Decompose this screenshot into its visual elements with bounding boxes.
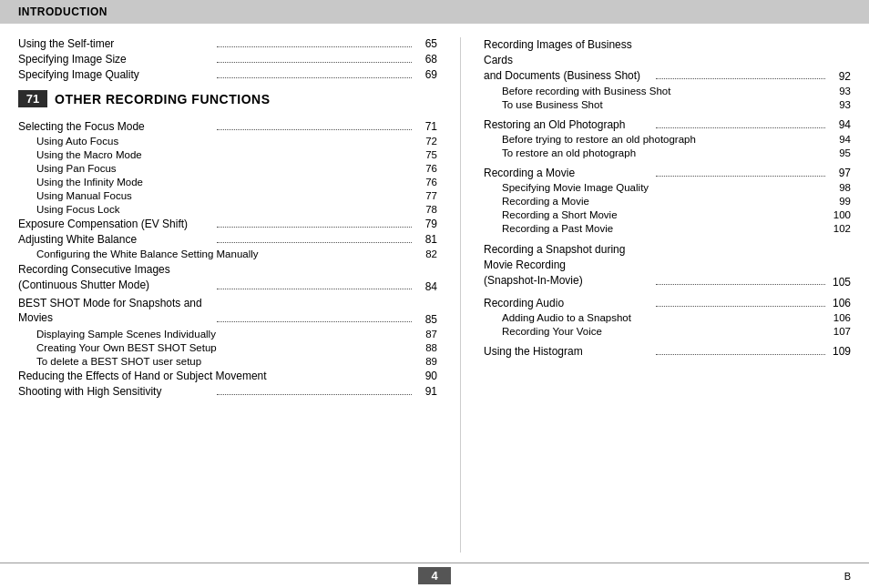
toc-dots [656,306,825,307]
toc-entry-restore-photo: Restoring an Old Photograph 94 [484,118,851,131]
toc-label: Adjusting White Balance [18,233,214,246]
right-column: Recording Images of Business Cardsand Do… [484,37,851,553]
toc-entry-recording-audio: Recording Audio 106 [484,297,851,309]
toc-label: Selecting the Focus Mode [18,120,214,133]
toc-page: 85 [414,313,437,326]
toc-entry-image-size: Specifying Image Size 68 [18,53,437,66]
toc-label: Recording Consecutive Images(Continuous … [18,262,214,293]
toc-label: Creating Your Own BEST SHOT Setup [36,342,414,353]
toc-page: 93 [828,86,851,96]
toc-dots [217,321,413,322]
toc-entry-business-cards: Recording Images of Business Cardsand Do… [484,37,851,83]
toc-label: Using the Macro Mode [36,149,414,160]
toc-page: 107 [828,326,851,337]
toc-label: Using the Self-timer [18,37,214,50]
toc-entry-focus-mode: Selecting the Focus Mode 71 [18,120,437,133]
toc-entry-adding-audio: Adding Audio to a Snapshot 106 [484,312,851,323]
toc-label: Recording a Snapshot during Movie Record… [484,242,653,288]
toc-dots [656,78,825,79]
toc-page: 72 [414,136,437,147]
toc-page: 69 [414,68,437,81]
toc-entry-before-restore: Before trying to restore an old photogra… [484,134,851,145]
toc-entry-self-timer: Using the Self-timer 65 [18,37,437,50]
toc-page: 102 [828,223,851,234]
page-container: INTRODUCTION Using the Self-timer 65 Spe… [0,0,869,588]
toc-dots [217,129,413,130]
footer: 4 B [0,563,869,588]
toc-label: To restore an old photograph [502,147,828,158]
toc-label: Recording a Short Movie [502,209,828,220]
toc-label: Specifying Movie Image Quality [502,182,828,193]
toc-label: Recording Audio [484,297,653,309]
toc-label: Adding Audio to a Snapshot [502,312,828,323]
toc-page: 94 [828,118,851,131]
toc-label: Recording Images of Business Cardsand Do… [484,37,653,83]
toc-page: 93 [828,99,851,110]
toc-label: Using Manual Focus [36,190,414,201]
toc-label: Shooting with High Sensitivity [18,385,214,398]
toc-page: 98 [828,182,851,193]
toc-entry-high-sensitivity: Shooting with High Sensitivity 91 [18,385,437,398]
toc-entry-best-shot: BEST SHOT Mode for Snapshots and Movies … [18,296,437,327]
toc-dots [217,394,413,395]
toc-entry-snapshot-in-movie: Recording a Snapshot during Movie Record… [484,242,851,288]
footer-page-number: 4 [418,567,450,584]
toc-entry-focus-lock: Using Focus Lock 78 [18,204,437,215]
toc-entry-to-restore: To restore an old photograph 95 [484,147,851,158]
toc-entry-past-movie: Recording a Past Movie 102 [484,223,851,234]
left-column: Using the Self-timer 65 Specifying Image… [18,37,437,553]
toc-page: 75 [414,149,437,160]
toc-dots [217,62,413,63]
toc-page: 84 [414,280,437,293]
toc-label: To use Business Shot [502,99,828,110]
toc-page: 82 [414,248,437,259]
toc-label: Recording a Movie [484,167,653,179]
toc-label: Recording a Past Movie [502,223,828,234]
toc-entry-white-balance: Adjusting White Balance 81 [18,233,437,246]
toc-entry-short-movie: Recording a Short Movie 100 [484,209,851,220]
toc-page: 109 [828,345,851,358]
toc-dots [217,77,413,78]
toc-entry-sample-scenes: Displaying Sample Scenes Individually 87 [18,329,437,340]
toc-entry-recording-voice: Recording Your Voice 107 [484,326,851,337]
header-bar: INTRODUCTION [0,0,869,24]
toc-entry-pan-focus: Using Pan Focus 76 [18,163,437,174]
toc-dots [217,46,413,47]
toc-page: 76 [414,177,437,188]
footer-letter: B [844,571,851,582]
toc-page: 90 [414,370,437,382]
header-label: INTRODUCTION [18,5,107,18]
toc-entry-delete-setup: To delete a BEST SHOT user setup 89 [18,356,437,367]
toc-entry-macro: Using the Macro Mode 75 [18,149,437,160]
toc-dots [217,242,413,243]
toc-entry-image-quality: Specifying Image Quality 69 [18,68,437,81]
content-area: Using the Self-timer 65 Specifying Image… [0,24,869,562]
toc-label: Using the Infinity Mode [36,177,414,188]
toc-page: 78 [414,204,437,215]
toc-entry-recording-movie: Recording a Movie 97 [484,167,851,179]
toc-entry-auto-focus: Using Auto Focus 72 [18,136,437,147]
toc-label: Before recording with Business Shot [502,86,828,96]
toc-page: 79 [414,218,437,230]
toc-page: 77 [414,190,437,201]
toc-label: Using the Histogram [484,345,653,358]
toc-dots [656,176,825,177]
toc-label: Displaying Sample Scenes Individually [36,329,414,340]
right-toc-list: Recording Images of Business Cardsand Do… [484,37,851,358]
toc-page: 105 [828,276,851,289]
toc-entry-infinity: Using the Infinity Mode 76 [18,177,437,188]
toc-page: 88 [414,342,437,353]
toc-label: Using Pan Focus [36,163,414,174]
toc-label: Exposure Compensation (EV Shift) [18,218,214,230]
toc-label: To delete a BEST SHOT user setup [36,356,414,367]
toc-page: 99 [828,196,851,207]
toc-page: 68 [414,53,437,66]
toc-label: Recording Your Voice [502,326,828,337]
toc-label: Specifying Image Size [18,53,214,66]
top-entries: Using the Self-timer 65 Specifying Image… [18,37,437,81]
toc-label: Recording a Movie [502,196,828,207]
toc-page: 92 [828,70,851,83]
toc-page: 95 [828,147,851,158]
toc-entry-before-business: Before recording with Business Shot 93 [484,86,851,96]
toc-page: 91 [414,385,437,398]
